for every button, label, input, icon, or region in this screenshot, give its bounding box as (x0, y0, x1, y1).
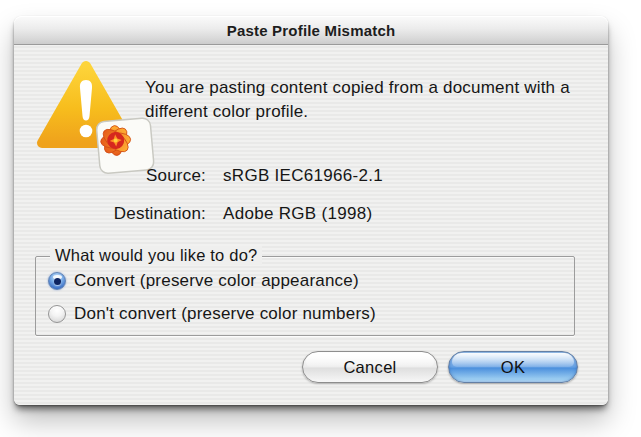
ok-button-label: OK (501, 358, 525, 377)
cancel-button-label: Cancel (343, 358, 396, 377)
radio-convert-selected[interactable] (48, 272, 66, 290)
destination-label: Destination: (44, 204, 206, 224)
ok-button[interactable]: OK (448, 351, 578, 383)
source-label: Source: (44, 166, 206, 186)
dialog-title: Paste Profile Mismatch (227, 22, 396, 39)
radio-dont-convert-label: Don't convert (preserve color numbers) (74, 304, 376, 324)
paste-profile-mismatch-dialog: Paste Profile Mismatch (14, 16, 608, 405)
options-groupbox: What would you like to do? Convert (pres… (35, 256, 575, 336)
screen: Paste Profile Mismatch (0, 0, 641, 437)
source-row: Source: sRGB IEC61966-2.1 (14, 166, 574, 188)
radio-option-dont-convert[interactable]: Don't convert (preserve color numbers) (48, 303, 376, 325)
destination-value: Adobe RGB (1998) (223, 204, 372, 224)
dialog-message: You are pasting content copied from a do… (145, 76, 607, 124)
options-groupbox-legend: What would you like to do? (50, 246, 262, 265)
radio-convert-label: Convert (preserve color appearance) (74, 271, 359, 291)
cancel-button[interactable]: Cancel (302, 351, 438, 383)
radio-option-convert[interactable]: Convert (preserve color appearance) (48, 270, 359, 292)
destination-row: Destination: Adobe RGB (1998) (14, 204, 574, 226)
dialog-titlebar[interactable]: Paste Profile Mismatch (14, 16, 608, 45)
radio-dont-convert-unselected[interactable] (48, 305, 66, 323)
source-value: sRGB IEC61966-2.1 (223, 166, 383, 186)
